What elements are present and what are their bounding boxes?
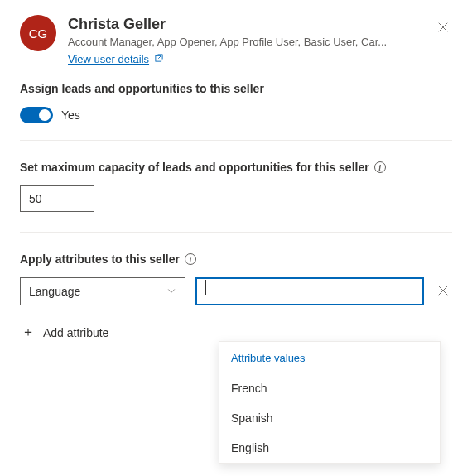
capacity-label-text: Set maximum capacity of leads and opport…	[20, 161, 369, 174]
attributes-section-label: Apply attributes to this seller i	[20, 252, 452, 266]
user-roles: Account Manager, App Opener, App Profile…	[68, 36, 399, 48]
add-attribute-label: Add attribute	[43, 326, 108, 339]
info-icon[interactable]: i	[374, 161, 386, 173]
chevron-down-icon	[166, 285, 176, 298]
capacity-input[interactable]	[20, 185, 94, 212]
capacity-section-label: Set maximum capacity of leads and opport…	[20, 161, 452, 174]
assign-section-label: Assign leads and opportunities to this s…	[20, 82, 452, 95]
attributes-label-text: Apply attributes to this seller	[20, 252, 180, 266]
add-attribute-button[interactable]: ＋ Add attribute	[20, 320, 110, 344]
toggle-knob	[39, 109, 51, 121]
divider	[20, 140, 452, 141]
text-cursor	[205, 280, 206, 295]
attribute-key-select[interactable]: Language	[20, 277, 185, 305]
info-icon[interactable]: i	[185, 253, 196, 265]
avatar: CG	[20, 15, 56, 51]
dropdown-option[interactable]: Spanish	[219, 403, 440, 433]
view-user-details-label: View user details	[68, 53, 149, 65]
attribute-value-dropdown: Attribute values French Spanish English	[219, 341, 441, 464]
dropdown-header: Attribute values	[219, 342, 440, 373]
view-user-details-link[interactable]: View user details	[68, 53, 164, 65]
assign-toggle[interactable]	[20, 107, 53, 123]
assign-toggle-value: Yes	[61, 108, 80, 122]
dropdown-option[interactable]: English	[219, 433, 440, 463]
divider	[20, 232, 452, 233]
attribute-key-value: Language	[29, 285, 80, 298]
dropdown-option[interactable]: French	[219, 373, 440, 403]
plus-icon: ＋	[22, 324, 35, 341]
close-button[interactable]	[434, 18, 452, 39]
page-title: Christa Geller	[68, 15, 422, 34]
remove-attribute-button[interactable]	[434, 281, 452, 302]
attribute-value-input[interactable]	[195, 277, 424, 305]
popout-icon	[154, 53, 164, 65]
